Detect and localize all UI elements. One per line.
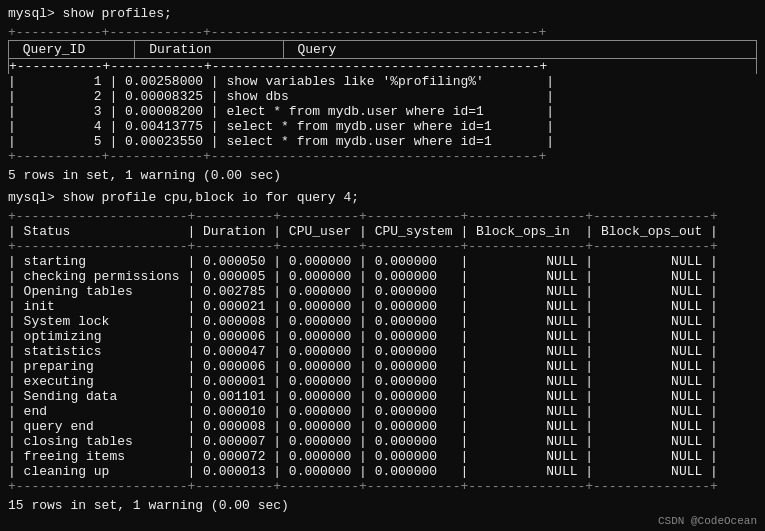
result-1: 5 rows in set, 1 warning (0.00 sec) [8,168,757,183]
table1-bot-border: +-----------+------------+--------------… [8,149,757,164]
table-row: | freeing items | 0.000072 | 0.000000 | … [8,449,757,464]
prompt-2: mysql> show profile cpu,block io for que… [8,190,757,205]
table2-header-row: | Status | Duration | CPU_user | CPU_sys… [8,224,757,239]
table1-top-border: +-----------+------------+--------------… [8,25,757,40]
table2-bot-border: +----------------------+----------+-----… [8,479,757,494]
table-row: | closing tables | 0.000007 | 0.000000 |… [8,434,757,449]
table2-container: +----------------------+----------+-----… [8,209,757,494]
table-header-row: Query_ID Duration Query [9,41,757,59]
table-row: | preparing | 0.000006 | 0.000000 | 0.00… [8,359,757,374]
table-row: | starting | 0.000050 | 0.000000 | 0.000… [8,254,757,269]
col-query-id: Query_ID [9,41,135,59]
table-row: | executing | 0.000001 | 0.000000 | 0.00… [8,374,757,389]
table-row: | 5 | 0.00023550 | select * from mydb.us… [8,134,757,149]
table-row: | 3 | 0.00008200 | elect * from mydb.use… [8,104,757,119]
table-row: | Opening tables | 0.002785 | 0.000000 |… [8,284,757,299]
col-duration: Duration [135,41,283,59]
table-row: | Sending data | 0.001101 | 0.000000 | 0… [8,389,757,404]
watermark: CSDN @CodeOcean [658,515,757,527]
table-row: | System lock | 0.000008 | 0.000000 | 0.… [8,314,757,329]
profiles-table: Query_ID Duration Query +-----------+---… [8,40,757,74]
result-2: 15 rows in set, 1 warning (0.00 sec) [8,498,757,513]
table-row: | optimizing | 0.000006 | 0.000000 | 0.0… [8,329,757,344]
table-row: | statistics | 0.000047 | 0.000000 | 0.0… [8,344,757,359]
table1-rows: | 1 | 0.00258000 | show variables like '… [8,74,757,149]
table-row: | 1 | 0.00258000 | show variables like '… [8,74,757,89]
table-row: | end | 0.000010 | 0.000000 | 0.000000 |… [8,404,757,419]
table2-rows: | starting | 0.000050 | 0.000000 | 0.000… [8,254,757,479]
col-query: Query [283,41,756,59]
table-row: | checking permissions | 0.000005 | 0.00… [8,269,757,284]
table-row: | 4 | 0.00413775 | select * from mydb.us… [8,119,757,134]
table1-container: +-----------+------------+--------------… [8,25,757,164]
table-row: | init | 0.000021 | 0.000000 | 0.000000 … [8,299,757,314]
table-separator: +-----------+------------+--------------… [9,59,757,75]
table2-mid-border: +----------------------+----------+-----… [8,239,757,254]
prompt-1: mysql> show profiles; [8,6,757,21]
table-row: | 2 | 0.00008325 | show dbs | [8,89,757,104]
table-row: | cleaning up | 0.000013 | 0.000000 | 0.… [8,464,757,479]
table2-top-border: +----------------------+----------+-----… [8,209,757,224]
terminal: mysql> show profiles; +-----------+-----… [0,0,765,531]
table-row: | query end | 0.000008 | 0.000000 | 0.00… [8,419,757,434]
